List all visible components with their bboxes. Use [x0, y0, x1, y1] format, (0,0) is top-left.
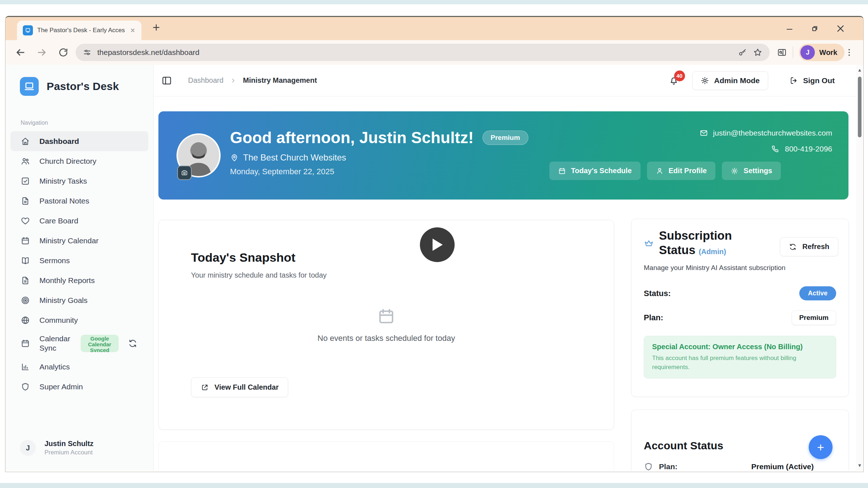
sidebar-item-pastoral-notes[interactable]: Pastoral Notes [10, 191, 148, 211]
calendar-icon [558, 167, 566, 175]
desktop-strip-top [0, 0, 868, 4]
notice-title: Special Account: Owner Access (No Billin… [652, 343, 828, 351]
scrollbar-thumb[interactable] [858, 77, 861, 137]
gear-icon [701, 76, 709, 85]
page-scrollbar[interactable]: ▲ ▼ [856, 65, 863, 471]
sidebar-item-analytics[interactable]: Analytics [10, 357, 148, 377]
todays-schedule-button[interactable]: Today's Schedule [549, 162, 641, 180]
desktop-strip-bottom [0, 483, 868, 488]
sidebar-item-label: Community [39, 316, 78, 325]
sidebar-item-community[interactable]: Community [10, 310, 148, 330]
breadcrumb: Dashboard Ministry Management [188, 76, 317, 85]
refresh-button[interactable]: Refresh [780, 237, 838, 256]
settings-label: Settings [744, 167, 772, 175]
sidebar-item-super-admin[interactable]: Super Admin [10, 377, 148, 397]
reload-icon[interactable] [58, 47, 68, 57]
account-plan-label: Plan: [659, 462, 677, 471]
todays-snapshot-card: Today's Snapshot Your ministry schedule … [158, 220, 614, 430]
view-full-calendar-button[interactable]: View Full Calendar [191, 377, 288, 397]
tab-title: The Pastor's Desk - Early Acces [37, 27, 125, 34]
window-close-button[interactable] [836, 24, 845, 33]
breadcrumb-dashboard[interactable]: Dashboard [188, 76, 224, 85]
sidebar-item-dashboard[interactable]: Dashboard [10, 131, 148, 151]
browser-titlebar: The Pastor's Desk - Early Acces [5, 17, 863, 40]
bookmark-star-icon[interactable] [753, 48, 762, 57]
globe-icon [21, 316, 30, 325]
greeting-banner: Good afternoon, Justin Schultz! Premium … [158, 111, 848, 200]
sidebar-item-label: Ministry Calendar [39, 236, 98, 245]
sign-out-label: Sign Out [803, 76, 835, 85]
password-key-icon[interactable] [738, 48, 747, 57]
browser-window: The Pastor's Desk - Early Acces [5, 16, 864, 472]
url-text[interactable]: thepastorsdesk.net/dashboard [97, 48, 732, 57]
todays-schedule-label: Today's Schedule [571, 167, 632, 175]
sidebar-item-label: Ministry Tasks [39, 177, 87, 185]
sidebar-item-calendar-sync[interactable]: Calendar Sync Google Calendar Synced [10, 330, 148, 357]
plan-badge: Premium [792, 311, 836, 325]
edit-profile-button[interactable]: Edit Profile [647, 162, 716, 180]
account-status-card: Account Status + Plan: Premium (Active) [631, 410, 849, 471]
sidebar-user[interactable]: J Justin Schultz Premium Account [20, 440, 94, 456]
site-settings-icon[interactable] [83, 48, 92, 57]
notifications-button[interactable]: 40 [668, 75, 679, 86]
phone-row: 800-419-2096 [771, 145, 832, 153]
add-fab-button[interactable]: + [809, 435, 833, 459]
admin-mode-button[interactable]: Admin Mode [692, 71, 768, 90]
map-pin-icon [230, 153, 239, 162]
forward-icon[interactable] [37, 47, 47, 58]
file-text-icon [21, 276, 30, 285]
heart-icon [21, 216, 30, 226]
sync-refresh-icon[interactable] [128, 339, 137, 348]
browser-profile-button[interactable]: J Work [799, 44, 844, 61]
shield-icon [644, 462, 653, 471]
side-panel-search-icon[interactable] [777, 47, 787, 57]
special-account-notice: Special Account: Owner Access (No Billin… [644, 336, 836, 378]
sidebar-item-care-board[interactable]: Care Board [10, 211, 148, 231]
sidebar-toggle-icon[interactable] [161, 75, 172, 86]
notification-count-badge: 40 [674, 70, 685, 81]
sidebar-item-ministry-tasks[interactable]: Ministry Tasks [10, 171, 148, 191]
sidebar-item-sermons[interactable]: Sermons [10, 251, 148, 270]
breadcrumb-current: Ministry Management [243, 76, 317, 85]
greeting-text: Good afternoon, Justin Schultz! [230, 129, 474, 147]
url-bar[interactable]: thepastorsdesk.net/dashboard [76, 44, 770, 61]
new-tab-button[interactable] [152, 23, 161, 32]
person-icon [656, 167, 664, 175]
window-restore-button[interactable] [810, 24, 819, 33]
window-minimize-button[interactable] [785, 24, 794, 33]
profile-name: Work [819, 48, 837, 57]
nav-section-label: Navigation [21, 120, 153, 126]
scroll-down-icon[interactable]: ▼ [858, 463, 862, 468]
refresh-icon [789, 243, 797, 251]
play-icon [431, 238, 443, 252]
camera-icon[interactable] [177, 166, 192, 180]
sidebar-item-label: Super Admin [39, 382, 83, 391]
video-play-button[interactable] [420, 227, 455, 262]
screenshot-stage: The Pastor's Desk - Early Acces [0, 0, 868, 488]
sidebar: Pastor's Desk Navigation Dashboard Churc… [5, 65, 154, 471]
settings-button[interactable]: Settings [722, 162, 781, 180]
sign-out-button[interactable]: Sign Out [781, 71, 843, 90]
app-logo-icon [20, 77, 39, 96]
tab-close-icon[interactable] [130, 27, 136, 33]
toolbar-divider [793, 47, 793, 58]
scroll-up-icon[interactable]: ▲ [858, 68, 862, 72]
sidebar-item-ministry-calendar[interactable]: Ministry Calendar [10, 231, 148, 251]
sidebar-item-monthly-reports[interactable]: Monthly Reports [10, 270, 148, 290]
sidebar-item-label: Ministry Goals [39, 296, 88, 305]
subscription-status-card: Subscription Status (Admin) Refresh Mana… [631, 219, 849, 397]
sidebar-item-label: Church Directory [39, 157, 97, 166]
calendar-empty-icon [377, 307, 396, 326]
organization-name: The Best Church Websites [243, 153, 346, 163]
sidebar-item-ministry-goals[interactable]: Ministry Goals [10, 290, 148, 310]
external-link-icon [201, 384, 209, 391]
home-icon [21, 137, 30, 146]
back-icon[interactable] [15, 47, 26, 58]
shield-icon [21, 382, 30, 391]
user-plan: Premium Account [44, 449, 94, 456]
snapshot-empty-message: No events or tasks scheduled for today [318, 334, 455, 343]
browser-tab[interactable]: The Pastor's Desk - Early Acces [17, 21, 141, 40]
partial-card [158, 441, 614, 471]
browser-menu-icon[interactable] [844, 48, 854, 57]
sidebar-item-church-directory[interactable]: Church Directory [10, 151, 148, 171]
